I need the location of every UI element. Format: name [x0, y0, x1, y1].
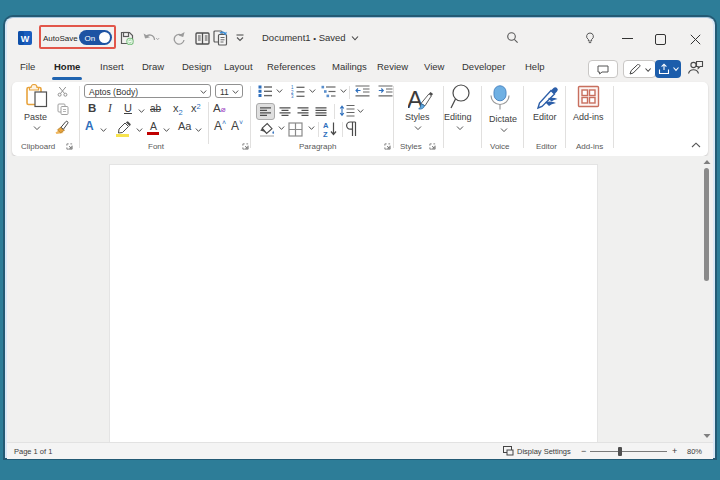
svg-text:W: W [21, 34, 30, 44]
svg-text:Z: Z [323, 130, 328, 138]
svg-text:3: 3 [291, 94, 294, 98]
